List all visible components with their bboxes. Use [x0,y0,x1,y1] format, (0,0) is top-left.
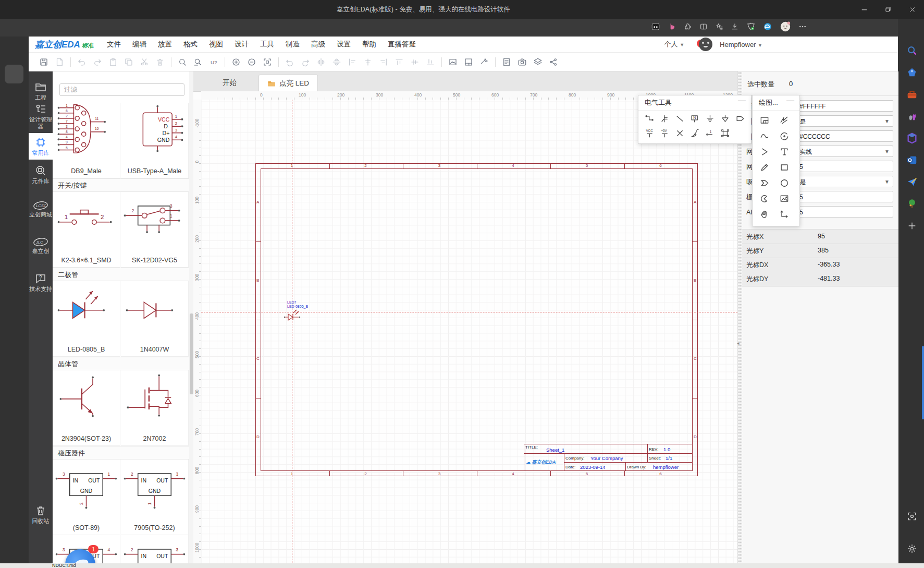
library-card-2N3904(SOT-23)[interactable]: 2N3904(SOT-23) [53,370,120,446]
library-card-7905(TO-252)[interactable]: INOUTGND2317905(TO-252) [121,460,189,535]
send-icon[interactable] [903,174,921,190]
netlabel-icon[interactable]: N [688,112,701,125]
bing-icon[interactable] [668,22,676,31]
group-icon[interactable] [718,127,732,139]
toolbar-sheet-button[interactable] [461,55,476,69]
menu-6[interactable]: 工具 [254,37,280,52]
property-select[interactable]: 实线▼ [795,146,893,157]
toolbar-wand-button[interactable] [476,55,492,69]
signal-ground-icon[interactable] [718,112,732,125]
library-card-(SOT-89)[interactable]: INOUTGND312(SOT-89) [53,460,120,535]
placed-component-led[interactable] [283,309,302,324]
profile-avatar[interactable] [780,21,791,32]
schematic-canvas[interactable]: 开始点亮 LED 0100200300400500600700800900100… [193,71,737,568]
screenshot-icon[interactable] [903,508,921,525]
sidebar-item-常用库[interactable]: 常用库 [29,133,53,160]
toolbar-save-button[interactable] [36,55,52,69]
toolbar-zoom-fit-button[interactable] [260,55,275,69]
menu-1[interactable]: 编辑 [127,37,152,52]
library-card-USB-Type-A_Male[interactable]: VCCD-D+GND1234USB-Type-A_Male [121,103,189,178]
rect-icon[interactable] [778,161,791,174]
drag-hand-icon[interactable] [758,208,771,221]
collections-icon[interactable] [715,22,723,31]
sidebar-item-嘉立创[interactable]: JLC嘉立创 [29,237,53,255]
menu-2[interactable]: 放置 [152,37,178,52]
property-input[interactable]: #CCCCCC [795,130,893,142]
menu-3[interactable]: 格式 [178,37,203,52]
more-menu-icon[interactable] [798,22,807,31]
outlook-icon[interactable] [903,152,921,168]
menu-7[interactable]: 制造 [280,37,305,52]
menu-0[interactable]: 文件 [101,37,127,52]
frame-icon[interactable] [758,114,771,127]
toolbar-align-middle-button[interactable] [407,55,423,69]
image-icon[interactable] [778,192,791,205]
menu-5[interactable]: 设计 [229,37,254,52]
pencil-icon[interactable] [758,161,771,174]
games-icon[interactable] [903,108,921,125]
toolbar-align-right-button[interactable] [376,55,391,69]
property-select[interactable]: 是▼ [795,176,893,187]
toolbar-find-button[interactable] [190,55,206,69]
downloads-icon[interactable] [731,22,739,31]
netport-icon[interactable] [733,112,747,125]
collapse-arrow-icon[interactable]: ◂ [737,341,740,346]
toolbar-delete-button[interactable] [152,55,168,69]
library-card-LED-0805_B[interactable]: LED-0805_B [53,281,120,357]
user-avatar[interactable] [699,38,712,51]
sidebar-item-设计管理器[interactable]: 设计管理器 [29,103,53,130]
toolbar-align-center-button[interactable] [360,55,376,69]
polyline-icon[interactable] [778,114,791,127]
polygon-icon[interactable] [758,177,771,189]
rewards-icon[interactable] [746,22,756,31]
pin-icon[interactable]: 1 [703,127,717,139]
toolbar-cut-button[interactable] [137,55,152,69]
origin-icon[interactable] [778,208,791,221]
pie-icon[interactable] [758,192,771,205]
property-select[interactable]: 是▼ [795,115,893,127]
tab-center-icon[interactable] [650,22,661,31]
toolbar-bom-button[interactable] [499,55,514,69]
sidebar-item-工程[interactable]: 工程 [29,81,53,101]
settings-gear-icon[interactable] [903,540,921,557]
menu-9[interactable]: 设置 [331,37,356,52]
circle-icon[interactable] [778,177,791,189]
filter-input[interactable] [59,83,184,96]
add-icon[interactable] [903,217,921,234]
document-tab-开始[interactable]: 开始 [214,75,245,91]
wire-icon[interactable] [643,112,656,125]
library-card-DB9_Male[interactable]: 1627384951110DB9_Male [53,103,120,178]
sidebar-item-回收站[interactable]: 回收站 [29,504,53,525]
toolbar-flip-v-button[interactable] [329,55,344,69]
shopping-icon[interactable] [903,64,921,81]
toolbar-flip-h-button[interactable] [313,55,329,69]
sidebar-item-立创商城[interactable]: LCSC立创商城 [29,201,53,218]
toolbar-rotate-ccw-button[interactable] [282,55,298,69]
toolbar-share-button[interactable] [546,55,561,69]
arc-icon[interactable] [778,130,791,142]
library-card-SK-12D02-VG5[interactable]: 231SK-12D02-VG5 [121,192,189,268]
easyeda-tab-icon[interactable] [5,65,23,83]
username-menu[interactable]: Hempflower ▼ [720,41,762,49]
split-screen-icon[interactable] [699,22,708,31]
plus5v-icon[interactable]: +5V [658,127,671,139]
toolbar-align-bottom-button[interactable] [423,55,438,69]
toolbar-undo-button[interactable] [74,55,90,69]
minimize-panel-icon[interactable]: — [738,95,746,104]
extensions-icon[interactable] [684,22,692,31]
library-card-K2-3.6×6.1_SMD[interactable]: 12K2-3.6×6.1_SMD [53,192,120,268]
toolbar-open-button[interactable] [52,55,67,69]
m365-icon[interactable] [903,130,921,147]
bus-entry-icon[interactable] [658,112,671,125]
toolbar-photo-button[interactable] [514,55,530,69]
bezier-icon[interactable] [758,130,771,142]
toolbar-zoom-out-button[interactable] [244,55,260,69]
toolbar-frame-button[interactable] [445,55,461,69]
toolbar-align-top-button[interactable] [391,55,407,69]
menu-11[interactable]: 直播答疑 [382,37,422,52]
panel-resize-gutter[interactable] [738,71,742,568]
toolbar-rotate-cw-button[interactable] [298,55,313,69]
minimize-panel-icon[interactable]: — [786,95,794,104]
property-input[interactable]: 5 [795,161,893,172]
easyeda-logo[interactable]: 嘉立创EDA 标准 [29,39,101,51]
